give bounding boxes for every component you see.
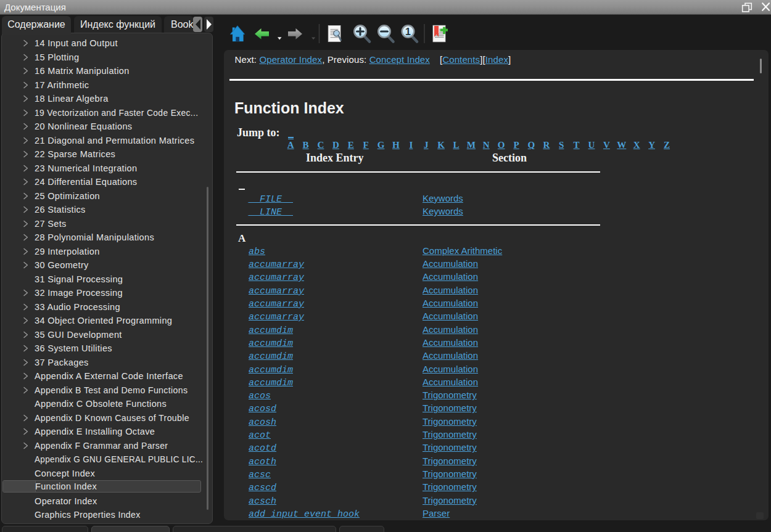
svg-text:1: 1 bbox=[405, 27, 411, 37]
